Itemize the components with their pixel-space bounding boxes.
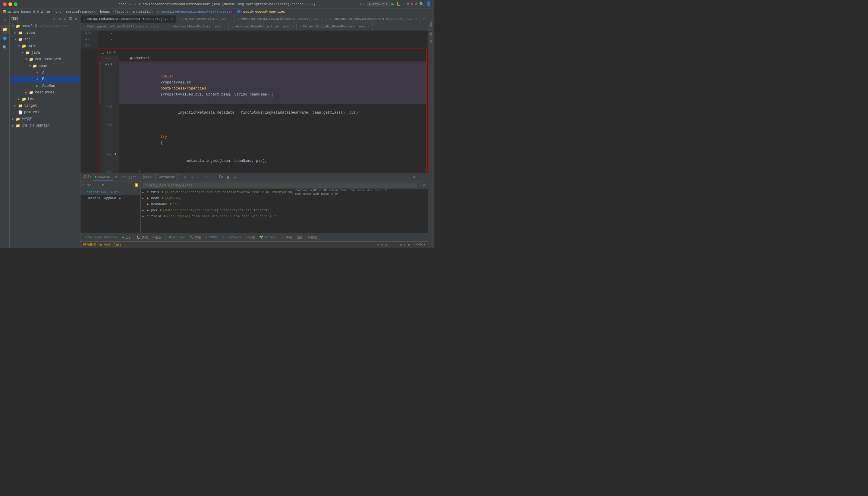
tab-default-listable[interactable]: ☕ DefaultListableBeanFactory.java ✕ bbox=[297, 22, 373, 30]
tab-close-icon[interactable]: ✕ bbox=[292, 25, 293, 28]
tree-item-bean-folder[interactable]: ▼ 📁 bean bbox=[10, 63, 80, 69]
profiler-tab[interactable]: Profiler bbox=[167, 234, 187, 241]
tree-item-java[interactable]: ▼ 📁 java bbox=[10, 49, 80, 56]
gear-icon[interactable]: ⚙ bbox=[52, 17, 57, 21]
tab-close-icon[interactable]: ✕ bbox=[229, 17, 231, 21]
debug-list-icon[interactable]: ≡ bbox=[182, 174, 188, 181]
step-out-icon[interactable]: ↑ bbox=[203, 174, 210, 181]
frames-dropdown-icon[interactable]: ▼ bbox=[102, 184, 104, 187]
project-tree-icon[interactable]: 📁 bbox=[1, 25, 9, 34]
minimize-button[interactable] bbox=[9, 2, 12, 6]
tab-abstract-bean-def[interactable]: ☕ AbstractBeanDefinition.java ✕ bbox=[229, 22, 297, 30]
spring-tab[interactable]: 🌱 Spring bbox=[258, 234, 278, 241]
version-control-tab[interactable]: ⎇ Version Control bbox=[82, 234, 120, 241]
services-tab[interactable]: 服务 bbox=[295, 234, 305, 241]
tab-close-icon[interactable]: ✕ bbox=[368, 25, 370, 28]
tree-item-ossa3[interactable]: ▼ 📁 ossa3.0 ~/java/java/secki bbox=[10, 23, 80, 30]
indent-indicator[interactable]: 4个空格 bbox=[414, 243, 425, 247]
tab-instantiation[interactable]: ⚙ InstantiationAwareBeanPostProcessor.ja… bbox=[326, 15, 420, 22]
tree-item-target[interactable]: ▶ 📁 target bbox=[10, 103, 80, 109]
breadcrumb-beans[interactable]: beans bbox=[100, 10, 110, 14]
step-into-icon[interactable]: ↓ bbox=[196, 174, 203, 181]
console-tab[interactable]: 控制台 bbox=[140, 173, 156, 181]
debug-settings-icon[interactable]: ⚙ bbox=[411, 174, 418, 181]
actuator-tab[interactable]: Actuator bbox=[157, 173, 178, 181]
debug-var-this[interactable]: ▶ ≡ this = {AutowiredAnnotationBeanPostP… bbox=[141, 189, 428, 195]
tab-abstract-bean-factory[interactable]: ☕ AbstractBeanFactory.java ✕ bbox=[166, 22, 229, 30]
debug-var-bean[interactable]: ▶ ● bean = {A@6102} bbox=[141, 195, 428, 201]
structure-icon[interactable]: 🔷 bbox=[1, 34, 9, 43]
debug-apprun-tab[interactable]: ▶ AppRun bbox=[93, 173, 113, 181]
debug-minimize-icon[interactable]: ─ bbox=[419, 174, 425, 181]
maven-tab[interactable]: Maven bbox=[428, 15, 434, 29]
debug-var-pvs[interactable]: ▶ ● pvs = {MutablePropertyValues@6084} "… bbox=[141, 207, 428, 213]
encoding-indicator[interactable]: UTF-8 bbox=[400, 243, 410, 247]
expand-all-icon[interactable]: ⊞ bbox=[57, 17, 62, 21]
stop-icon[interactable]: ■ bbox=[411, 2, 413, 6]
debug-watch-input[interactable] bbox=[143, 183, 417, 188]
tab-autowired[interactable]: ☕ AutowiredAnnotationBeanPostProcessor.j… bbox=[80, 15, 176, 22]
user-icon[interactable]: 👤 bbox=[426, 1, 432, 7]
problems-tab[interactable]: ⚠ 问题 bbox=[244, 234, 257, 241]
step-over-icon[interactable]: ↷ bbox=[189, 174, 195, 181]
hamburger-icon[interactable]: ≡ bbox=[1, 16, 9, 25]
settings-icon[interactable]: ☰ bbox=[68, 17, 73, 21]
debug-var-beanName[interactable]: ● beanName = "a" bbox=[141, 201, 428, 207]
run-config-button[interactable]: ▶ AppRun ▼ bbox=[367, 1, 390, 6]
tree-item-com-ossa-web[interactable]: ▼ 📁 com.ossa.web bbox=[10, 56, 80, 63]
breadcrumb-jar[interactable]: spring-beans-6.0.2.jar bbox=[7, 10, 51, 14]
watch-settings-icon[interactable]: ⊕ bbox=[423, 183, 425, 188]
translate-icon[interactable]: A bbox=[415, 2, 417, 6]
tab-close-icon[interactable]: ✕ bbox=[223, 25, 225, 28]
debugger-tab[interactable]: Debugger bbox=[118, 173, 139, 181]
tree-item-src[interactable]: ▼ 📁 src bbox=[10, 36, 80, 43]
gradle-tab[interactable]: Gradle bbox=[428, 29, 434, 45]
debug-frame-inject[interactable]: → inject:692, Auto... bbox=[80, 189, 140, 195]
breadcrumb-method[interactable]: 🔵 postProcessProperties bbox=[237, 10, 285, 14]
coverage-icon[interactable]: ⚡ bbox=[403, 2, 405, 6]
tree-item-test[interactable]: ▶ 📁 test bbox=[10, 96, 80, 103]
frames-filter-icon[interactable]: ✓ bbox=[82, 183, 84, 187]
close-button[interactable] bbox=[3, 2, 6, 6]
debug-tab-btn[interactable]: 🐛 调试 bbox=[135, 234, 150, 241]
terminal-tab[interactable]: ⬛ 终端 bbox=[279, 234, 294, 241]
tab-abstract-autowire[interactable]: ☕ AbstractAutowireCapableBeanFactory.jav… bbox=[234, 15, 326, 22]
luacheck-tab[interactable]: ⬡ LuaCheck bbox=[220, 234, 243, 241]
tree-item-main[interactable]: ▼ 📁 main bbox=[10, 43, 80, 49]
breadcrumb-org[interactable]: org bbox=[56, 10, 61, 14]
close-panel-icon[interactable]: ✕ bbox=[74, 17, 78, 21]
run-icon[interactable]: ▶ bbox=[391, 1, 394, 7]
tab-close-icon[interactable]: ✕ bbox=[321, 17, 323, 21]
search-everywhere-icon[interactable]: 🔍 bbox=[419, 2, 424, 6]
debug-var-field[interactable]: ▶ ≡ field = {Field@6140} "com.ossa.web.b… bbox=[141, 213, 428, 219]
build-tab[interactable]: 🔨 构建 bbox=[187, 234, 203, 241]
tree-item-idea[interactable]: ▶ 📁 .idea bbox=[10, 30, 80, 36]
tab-config-class[interactable]: ☕ ConfigurationClassPostProcessor.java ✕ bbox=[80, 22, 166, 30]
tab-close-icon[interactable]: ✕ bbox=[415, 17, 417, 21]
navigate-forward-icon[interactable]: ▷ bbox=[362, 2, 365, 6]
breadcrumb-factory[interactable]: factory bbox=[114, 10, 128, 14]
code-scroll-area[interactable]: 474 } 475 } 476 bbox=[80, 30, 428, 173]
position-indicator[interactable]: 479:27 bbox=[377, 243, 389, 247]
breadcrumb-class[interactable]: ⚙ AutowiredAnnotationBeanPostProcessor bbox=[157, 10, 233, 14]
debug-run-icon[interactable]: 🐛 bbox=[396, 2, 401, 6]
run-tab[interactable]: ▶ 运行 bbox=[121, 234, 134, 241]
add-watch-icon[interactable]: + bbox=[419, 183, 421, 187]
tree-item-B[interactable]: ● B bbox=[10, 76, 80, 82]
tab-close-icon[interactable]: ✕ bbox=[171, 17, 173, 21]
debug-close-tab-icon[interactable]: ✕ bbox=[115, 175, 117, 179]
more-tabs-button[interactable]: ⋯ bbox=[420, 15, 428, 22]
run-to-cursor-icon[interactable]: → bbox=[211, 174, 217, 181]
tab-close-icon[interactable]: ✕ bbox=[161, 25, 163, 28]
breadcrumb-springframework[interactable]: springframework bbox=[66, 10, 95, 14]
navigate-back-icon[interactable]: ◁ bbox=[358, 2, 361, 6]
tree-item-temp[interactable]: ▶ 📁 临时文件和控制台 bbox=[10, 122, 80, 129]
tree-item-external-libs[interactable]: ▶ 📁 外部库 bbox=[10, 116, 80, 122]
find-icon[interactable]: 🔍 bbox=[1, 43, 9, 52]
tab-injection[interactable]: ☕ InjectionMetadata.java ✕ bbox=[176, 15, 234, 22]
breadcrumb-annotation[interactable]: annotation bbox=[133, 10, 153, 14]
line-sep-indicator[interactable]: LF bbox=[392, 243, 396, 247]
eval-expr-icon[interactable]: fx bbox=[218, 174, 224, 181]
tree-item-A[interactable]: ● A bbox=[10, 69, 80, 76]
threads-icon[interactable]: ⇌ bbox=[232, 174, 239, 181]
